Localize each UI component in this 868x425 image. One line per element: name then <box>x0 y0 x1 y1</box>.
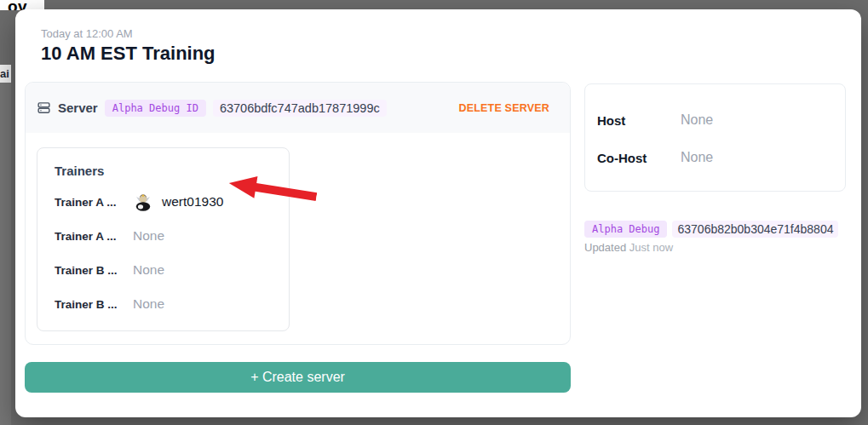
trainer-row: Trainer A ... None <box>55 219 272 253</box>
host-card: Host None Co-Host None <box>584 83 846 192</box>
background-sidebar-strip <box>0 83 11 425</box>
updated-line: Updated Just now <box>584 241 673 254</box>
server-id-value: 63706bdfc747adb17871999c <box>213 100 387 117</box>
trainer-row-value: wert01930 <box>133 192 223 212</box>
trainer-row-value: None <box>133 262 164 278</box>
server-label: Server <box>58 101 98 115</box>
cohost-value: None <box>681 150 713 165</box>
create-server-button[interactable]: + Create server <box>25 362 571 393</box>
server-header: Server Alpha Debug ID 63706bdfc747adb178… <box>26 83 570 133</box>
server-card: Server Alpha Debug ID 63706bdfc747adb178… <box>25 82 571 345</box>
event-modal: Today at 12:00 AM 10 AM EST Training Ser… <box>15 9 861 417</box>
trainer-avatar <box>133 192 153 212</box>
updated-label: Updated <box>584 241 626 254</box>
trainer-row: Trainer B ... None <box>55 287 272 321</box>
trainer-row-label: Trainer A ... <box>55 196 133 209</box>
trainer-name: wert01930 <box>162 194 223 210</box>
updated-value: Just now <box>629 241 673 254</box>
screen: ov ai Today at 12:00 AM 10 AM EST Traini… <box>0 0 868 425</box>
cohost-label: Co-Host <box>597 151 681 165</box>
trainer-row-label: Trainer B ... <box>55 298 133 311</box>
host-label: Host <box>597 113 681 128</box>
background-partial-sidebar-item: ai <box>0 65 11 83</box>
event-timestamp: Today at 12:00 AM <box>41 27 133 40</box>
alpha-debug-badge: Alpha Debug <box>584 221 667 238</box>
trainer-row-value: None <box>133 296 164 312</box>
event-title: 10 AM EST Training <box>41 43 216 65</box>
server-id-badge: Alpha Debug ID <box>105 100 206 117</box>
host-value: None <box>681 112 713 128</box>
trainer-row-label: Trainer A ... <box>55 230 133 243</box>
server-stack-icon <box>37 101 51 115</box>
trainer-row: Trainer B ... None <box>55 253 272 287</box>
delete-server-button[interactable]: DELETE SERVER <box>458 102 549 114</box>
debug-id-value: 63706b82b0b304e71f4b8804 <box>672 221 838 238</box>
debug-id-line: Alpha Debug 63706b82b0b304e71f4b8804 <box>584 221 838 238</box>
trainer-row-value: None <box>133 228 164 244</box>
host-row: Co-Host None <box>597 139 833 176</box>
host-row: Host None <box>597 101 833 139</box>
trainer-row-label: Trainer B ... <box>55 264 133 277</box>
